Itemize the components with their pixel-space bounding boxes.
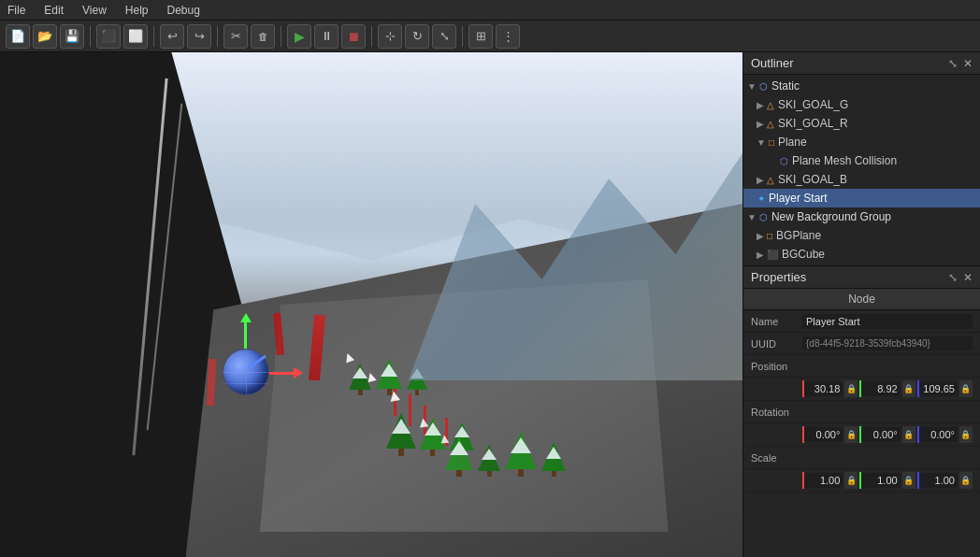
rotation-inputs: 🔒 🔒 🔒 bbox=[802, 426, 973, 443]
rotation-y-input[interactable] bbox=[861, 427, 900, 442]
tree-arrow-plane: ▼ bbox=[757, 137, 766, 148]
scale-z-input[interactable] bbox=[919, 473, 958, 488]
menubar: File Edit View Help Debug bbox=[0, 0, 980, 21]
tb-scale[interactable]: ⤡ bbox=[432, 24, 456, 49]
menu-view[interactable]: View bbox=[79, 2, 110, 19]
tree-arrow-ski-g: ▶ bbox=[757, 100, 764, 110]
rotation-z-lock[interactable]: 🔒 bbox=[959, 426, 973, 443]
tree-icon-bg: ⬡ bbox=[759, 212, 768, 222]
tb-delete[interactable]: 🗑 bbox=[251, 24, 275, 49]
position-y-input[interactable] bbox=[861, 381, 900, 396]
prop-name-value[interactable]: Player Start bbox=[802, 314, 973, 329]
tb-play[interactable]: ▶ bbox=[287, 24, 311, 49]
outliner-title: Outliner bbox=[751, 56, 794, 70]
tb-save[interactable]: 💾 bbox=[60, 24, 84, 49]
properties-header-icons: ⤡ ✕ bbox=[948, 271, 973, 284]
tb-new[interactable]: 📄 bbox=[6, 24, 30, 49]
tb-sep-3 bbox=[217, 26, 218, 47]
scale-y-lock[interactable]: 🔒 bbox=[902, 472, 915, 489]
outliner-expand-icon[interactable]: ⤡ bbox=[948, 57, 958, 70]
position-x-input[interactable] bbox=[804, 381, 843, 396]
tree-arrow-bg: ▼ bbox=[747, 212, 757, 222]
tb-open[interactable]: 📂 bbox=[33, 24, 57, 49]
prop-rotation-label-row: Rotation bbox=[743, 401, 980, 423]
scale-y-input[interactable] bbox=[861, 473, 900, 488]
tb-paste[interactable]: ⬜ bbox=[123, 24, 148, 49]
tb-grid[interactable]: ⋮ bbox=[496, 24, 520, 49]
tree-icon-ski-g: △ bbox=[767, 100, 774, 110]
properties-close-icon[interactable]: ✕ bbox=[963, 271, 973, 284]
rotation-x-lock[interactable]: 🔒 bbox=[844, 426, 858, 443]
tree-item-bgcube[interactable]: ▶ ⬛ BGCube bbox=[743, 245, 980, 264]
outliner-close-icon[interactable]: ✕ bbox=[963, 57, 973, 70]
tb-move[interactable]: ⊹ bbox=[378, 24, 402, 49]
tree-item-plane-mesh[interactable]: ▶ ⬡ Plane Mesh Collision bbox=[743, 151, 980, 170]
prop-uuid-row: UUID {d8-44f5-9218-3539fcb43940} bbox=[743, 333, 980, 355]
tree-icon-ski-b: △ bbox=[767, 175, 774, 185]
menu-edit[interactable]: Edit bbox=[40, 2, 67, 19]
tree-item-static[interactable]: ▼ ⬡ Static bbox=[743, 77, 980, 95]
rotation-z-input[interactable] bbox=[919, 427, 958, 442]
position-x-lock[interactable]: 🔒 bbox=[844, 380, 858, 397]
prop-uuid-value: {d8-44f5-9218-3539fcb43940} bbox=[802, 336, 973, 350]
position-inputs: 🔒 🔒 🔒 bbox=[802, 380, 973, 397]
right-panel: Outliner ⤡ ✕ ▼ ⬡ Static ▶ △ SKI_GOAL_G bbox=[742, 52, 980, 557]
tb-snap[interactable]: ⊞ bbox=[468, 24, 493, 49]
tree-label-ski-r: SKI_GOAL_R bbox=[778, 117, 848, 130]
outliner-header: Outliner ⤡ ✕ bbox=[743, 52, 980, 75]
position-y-lock[interactable]: 🔒 bbox=[902, 380, 915, 397]
tb-rotate[interactable]: ↻ bbox=[405, 24, 429, 49]
prop-name-row: Name Player Start bbox=[743, 310, 980, 333]
player-avatar bbox=[223, 344, 274, 395]
properties-header: Properties ⤡ ✕ bbox=[743, 266, 980, 289]
scale-y-field bbox=[859, 472, 900, 489]
properties-expand-icon[interactable]: ⤡ bbox=[948, 271, 958, 284]
tree-item-ski-goal-g[interactable]: ▶ △ SKI_GOAL_G bbox=[743, 95, 980, 114]
rotation-y-lock[interactable]: 🔒 bbox=[902, 426, 915, 443]
tree-item-ski-goal-r[interactable]: ▶ △ SKI_GOAL_R bbox=[743, 114, 980, 133]
tb-copy[interactable]: ⬛ bbox=[96, 24, 121, 49]
tree-label-bgcube: BGCube bbox=[782, 248, 825, 261]
tree-icon-ski-r: △ bbox=[767, 119, 774, 129]
position-z-lock[interactable]: 🔒 bbox=[959, 380, 973, 397]
prop-position-label: Position bbox=[751, 361, 787, 372]
tree-group-3 bbox=[445, 432, 566, 477]
rotation-x-input[interactable] bbox=[804, 427, 843, 442]
tb-sep-2 bbox=[153, 26, 154, 47]
rotation-x-field bbox=[802, 426, 843, 443]
position-z-field bbox=[917, 380, 958, 397]
tb-stop[interactable]: ⏹ bbox=[341, 24, 366, 49]
tree-item-bg-group[interactable]: ▼ ⬡ New Background Group bbox=[743, 207, 980, 226]
tb-cut[interactable]: ✂ bbox=[223, 24, 248, 49]
menu-help[interactable]: Help bbox=[122, 2, 152, 19]
tree-item-bgplane[interactable]: ▶ □ BGPlane bbox=[743, 226, 980, 245]
tb-undo[interactable]: ↩ bbox=[160, 24, 184, 49]
tb-sep-6 bbox=[462, 26, 463, 47]
tree-item-ski-goal-b[interactable]: ▶ △ SKI_GOAL_B bbox=[743, 170, 980, 189]
menu-debug[interactable]: Debug bbox=[164, 2, 204, 19]
tree-icon-plane: □ bbox=[769, 137, 774, 148]
prop-scale-label-row: Scale bbox=[743, 447, 980, 469]
scale-x-lock[interactable]: 🔒 bbox=[844, 472, 858, 489]
tb-redo[interactable]: ↪ bbox=[187, 24, 211, 49]
tree-icon-bgcube: ⬛ bbox=[767, 250, 778, 260]
position-x-field bbox=[802, 380, 843, 397]
tb-pause[interactable]: ⏸ bbox=[314, 24, 339, 49]
tree-label-bg: New Background Group bbox=[771, 210, 891, 223]
tree-item-plane[interactable]: ▼ □ Plane bbox=[743, 133, 980, 151]
menu-file[interactable]: File bbox=[4, 2, 29, 19]
tree-label-static: Static bbox=[771, 79, 800, 93]
tree-icon-static: ⬡ bbox=[759, 81, 768, 92]
tree-label-bgplane: BGPlane bbox=[776, 229, 821, 242]
scale-x-input[interactable] bbox=[804, 473, 843, 488]
properties-title: Properties bbox=[751, 270, 806, 284]
toolbar: 📄 📂 💾 ⬛ ⬜ ↩ ↪ ✂ 🗑 ▶ ⏸ ⏹ ⊹ ↻ ⤡ ⊞ ⋮ bbox=[0, 21, 980, 52]
viewport[interactable]: ▲ ▲ ▲ ▲ ▲ bbox=[0, 52, 742, 557]
tree-label-ski-g: SKI_GOAL_G bbox=[778, 98, 848, 111]
tree-arrow-static: ▼ bbox=[747, 81, 757, 92]
tree-arrow-bgcube: ▶ bbox=[757, 250, 764, 260]
scale-z-lock[interactable]: 🔒 bbox=[959, 472, 973, 489]
position-z-input[interactable] bbox=[919, 381, 958, 396]
tree-item-player-start[interactable]: ▶ ✦ Player Start bbox=[743, 189, 980, 207]
tree-arrow-ski-r: ▶ bbox=[757, 119, 764, 129]
